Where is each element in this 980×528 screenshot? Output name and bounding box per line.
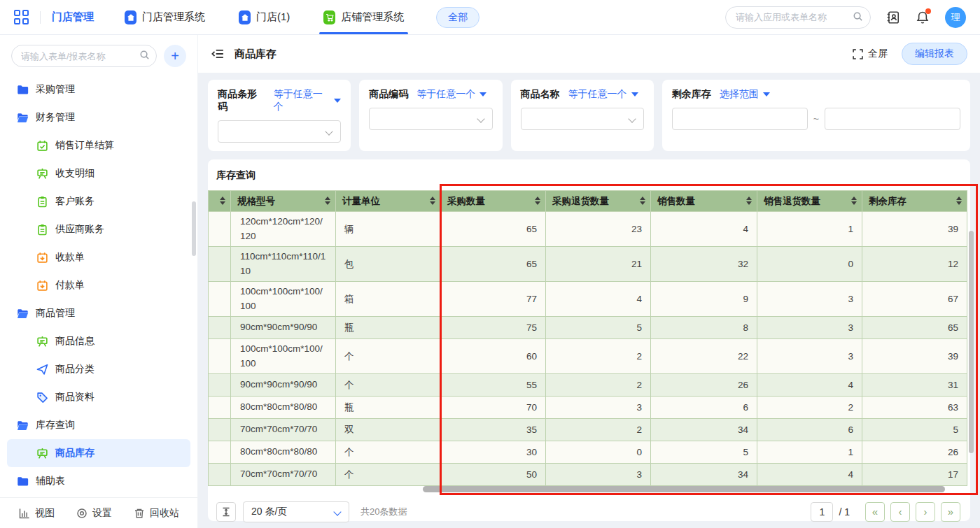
sidebar-item-label: 商品库存 xyxy=(55,447,94,459)
column-header: 剩余库存 xyxy=(862,191,967,212)
range-min-input[interactable] xyxy=(672,108,808,130)
sidebar-footer-3[interactable]: 回收站 xyxy=(133,507,179,520)
filter-card-4: 剩余库存 选择范围 ~ xyxy=(662,80,970,151)
sort-icon[interactable] xyxy=(220,197,225,205)
sidebar-item-6[interactable]: 供应商账务 xyxy=(7,215,190,243)
table-row[interactable]: 80cm*80cm*80/80个3005126 xyxy=(209,441,967,464)
cell-value: 0 xyxy=(757,247,862,282)
sidebar-item-9[interactable]: 商品管理 xyxy=(7,299,190,327)
app-tab-1[interactable]: 门店管理系统 xyxy=(125,0,205,34)
app-tab-2[interactable]: 门店(1) xyxy=(239,0,290,34)
cell-value: 65 xyxy=(441,247,546,282)
vertical-scrollbar[interactable] xyxy=(969,231,974,453)
sidebar-item-12[interactable]: 商品资料 xyxy=(7,383,190,411)
row-height-button[interactable] xyxy=(216,502,236,522)
next-page-button[interactable]: › xyxy=(916,502,935,522)
cell-value: 17 xyxy=(862,464,967,486)
cell-value: 22 xyxy=(651,339,757,374)
sidebar-item-10[interactable]: 商品信息 xyxy=(7,327,190,355)
cell-unit: 包 xyxy=(336,247,441,282)
page-size-select[interactable]: 20 条/页 xyxy=(243,501,349,522)
notification-bell-icon[interactable] xyxy=(916,10,930,24)
sidebar-item-label: 销售订单结算 xyxy=(55,139,114,152)
sort-icon[interactable] xyxy=(430,197,435,205)
prev-page-button[interactable]: ‹ xyxy=(890,502,910,522)
filter-operator[interactable]: 选择范围 xyxy=(720,88,770,101)
page-number-input[interactable] xyxy=(811,502,833,522)
cell-value: 21 xyxy=(546,247,651,282)
report-content: 商品条形码 等于任意一个 商品编码 等于任意一个 商品名称 等于任意一个 剩余库… xyxy=(198,73,980,528)
form-search-input[interactable] xyxy=(11,45,157,67)
cell-value: 1 xyxy=(757,441,862,464)
notification-dot xyxy=(925,8,931,14)
cell-value: 5 xyxy=(651,441,757,464)
last-page-button[interactable]: » xyxy=(941,502,960,522)
sidebar-scrollbar[interactable] xyxy=(192,201,196,256)
sidebar-footer-1[interactable]: 视图 xyxy=(18,507,55,520)
add-form-button[interactable]: + xyxy=(164,45,186,67)
table-row[interactable]: 70cm*70cm*70/70双3523465 xyxy=(209,419,967,441)
table-row[interactable]: 90cm*90cm*90/90瓶7558365 xyxy=(209,317,967,339)
table-row[interactable]: 100cm*100cm*100/100箱7749367 xyxy=(209,282,967,317)
sidebar-item-label: 商品分类 xyxy=(55,363,94,376)
edit-report-button[interactable]: 编辑报表 xyxy=(902,43,967,65)
all-filter-pill[interactable]: 全部 xyxy=(436,7,479,28)
collapse-sidebar-icon[interactable] xyxy=(211,47,225,61)
horizontal-scrollbar[interactable] xyxy=(423,486,945,492)
sort-icon[interactable] xyxy=(851,197,857,205)
user-avatar[interactable]: 理 xyxy=(945,7,966,28)
table-row[interactable]: 120cm*120cm*120/120辆65234139 xyxy=(209,212,967,247)
filter-select[interactable] xyxy=(521,108,644,130)
inventory-table: 规格型号计量单位采购数量采购退货数量销售数量销售退货数量剩余库存120cm*12… xyxy=(208,190,967,486)
apps-grid-icon[interactable] xyxy=(14,10,29,24)
sidebar-item-7[interactable]: 收款单 xyxy=(7,243,190,271)
sort-icon[interactable] xyxy=(956,197,962,205)
column-header xyxy=(209,191,231,212)
table-row[interactable]: 80cm*80cm*80/80瓶7036263 xyxy=(209,397,967,419)
filter-select[interactable] xyxy=(218,120,341,143)
filter-select[interactable] xyxy=(369,108,492,130)
chevron-down-icon xyxy=(326,127,333,135)
sidebar-item-13[interactable]: 库存查询 xyxy=(7,411,190,439)
horizontal-scrollbar-track xyxy=(208,486,970,492)
store-management-link[interactable]: 门店管理 xyxy=(52,10,94,24)
first-page-button[interactable]: « xyxy=(865,502,885,522)
sidebar-footer-2[interactable]: 设置 xyxy=(76,507,112,520)
table-row[interactable]: 110cm*110cm*110/110包652132012 xyxy=(209,247,967,282)
sidebar-item-4[interactable]: 收支明细 xyxy=(7,159,190,187)
sidebar-item-11[interactable]: 商品分类 xyxy=(7,355,190,383)
filter-operator[interactable]: 等于任意一个 xyxy=(416,88,486,101)
range-max-input[interactable] xyxy=(825,108,960,130)
sidebar-item-8[interactable]: 付款单 xyxy=(7,271,190,299)
sidebar-item-label: 辅助表 xyxy=(36,475,65,487)
sidebar-item-label: 财务管理 xyxy=(36,111,75,124)
sidebar-item-3[interactable]: 销售订单结算 xyxy=(7,131,190,159)
sidebar-item-14[interactable]: 商品库存 xyxy=(7,439,190,467)
sidebar-item-label: 商品信息 xyxy=(55,335,94,348)
sort-icon[interactable] xyxy=(535,197,540,205)
clipboard-icon xyxy=(36,196,48,208)
fullscreen-button[interactable]: 全屏 xyxy=(852,48,888,60)
sort-icon[interactable] xyxy=(640,197,645,205)
cell-value: 31 xyxy=(862,374,967,397)
sidebar-item-5[interactable]: 客户账务 xyxy=(7,187,190,215)
filter-operator[interactable]: 等于任意一个 xyxy=(274,88,342,113)
cell-value: 26 xyxy=(862,441,967,464)
app-tab-3[interactable]: 店铺管理系统 xyxy=(323,0,404,34)
sort-icon[interactable] xyxy=(746,197,752,205)
contacts-icon[interactable] xyxy=(886,10,900,24)
cell-value: 50 xyxy=(441,464,546,486)
sidebar-item-15[interactable]: 辅助表 xyxy=(7,467,190,495)
cell-value: 32 xyxy=(651,247,757,282)
table-row[interactable]: 90cm*90cm*90/90个55226431 xyxy=(209,374,967,397)
filter-operator[interactable]: 等于任意一个 xyxy=(568,88,638,101)
sidebar-item-1[interactable]: 采购管理 xyxy=(7,76,190,104)
sort-icon[interactable] xyxy=(325,197,330,205)
column-label: 规格型号 xyxy=(237,196,275,206)
table-row[interactable]: 70cm*70cm*70/70个50334417 xyxy=(209,464,967,486)
inventory-card: 库存查询 规格型号计量单位采购数量采购退货数量销售数量销售退货数量剩余库存120… xyxy=(208,159,970,521)
app-search-input[interactable] xyxy=(725,6,871,29)
table-row[interactable]: 100cm*100cm*100/100个60222339 xyxy=(209,339,967,374)
calendar-orange-icon xyxy=(36,252,48,264)
sidebar-item-2[interactable]: 财务管理 xyxy=(7,104,190,131)
